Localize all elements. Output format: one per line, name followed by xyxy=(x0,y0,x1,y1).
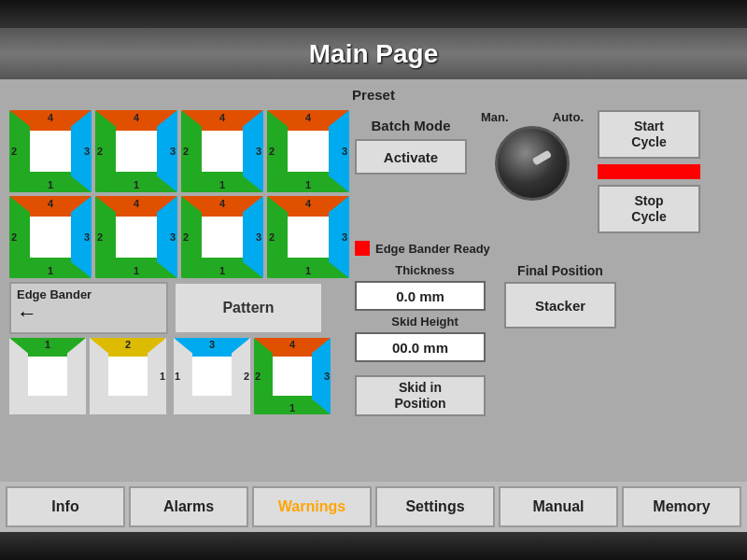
edge-bander-ready: Edge Bander Ready xyxy=(355,241,738,256)
stop-cycle-button[interactable]: StopCycle xyxy=(598,185,700,233)
nav-warnings-button[interactable]: Warnings xyxy=(252,486,372,527)
title-bar: Main Page xyxy=(0,28,747,79)
nav-memory-button[interactable]: Memory xyxy=(622,486,741,527)
preset-label: Preset xyxy=(9,87,738,103)
measurements-section: Thickness 0.0 mm Skid Height 00.0 mm Ski… xyxy=(355,263,495,416)
thickness-value: 0.0 mm xyxy=(355,281,486,311)
final-frame-4[interactable]: 4 1 2 3 xyxy=(254,338,331,414)
batch-mode-area: Batch Mode Activate xyxy=(355,110,467,182)
final-frame-3[interactable]: 3 1 2 xyxy=(174,338,250,414)
final-frame-1[interactable]: 1 xyxy=(9,338,86,414)
preset-frame-4[interactable]: 4 1 2 3 xyxy=(267,110,349,192)
skid-height-value: 00.0 mm xyxy=(355,332,486,362)
nav-manual-button[interactable]: Manual xyxy=(499,486,618,527)
edge-bander-box: Edge Bander ← xyxy=(9,282,168,334)
main-container: Main Page Preset 4 1 2 xyxy=(0,0,747,560)
right-section: Batch Mode Activate Man. Auto. xyxy=(355,110,738,474)
nav-settings-button[interactable]: Settings xyxy=(375,486,495,527)
preset-frame-6[interactable]: 4 1 2 3 xyxy=(95,196,177,278)
knob-indicator xyxy=(532,150,552,166)
skid-height-label: Skid Height xyxy=(355,315,495,329)
final-frame-2[interactable]: 2 1 xyxy=(90,338,166,414)
skid-in-position-button[interactable]: Skid inPosition xyxy=(355,375,486,416)
preset-frame-8[interactable]: 4 1 2 3 xyxy=(267,196,349,278)
preset-frame-7[interactable]: 4 1 2 3 xyxy=(181,196,263,278)
edge-bander-label: Edge Bander xyxy=(17,287,92,301)
batch-mode-label: Batch Mode xyxy=(371,118,450,133)
pattern-button[interactable]: Pattern xyxy=(174,282,323,334)
start-cycle-button[interactable]: StartCycle xyxy=(598,110,700,159)
main-grid: 4 1 2 3 4 1 2 3 xyxy=(9,110,738,474)
nav-bar: Info Alarms Warnings Settings Manual Mem… xyxy=(0,482,747,532)
bottom-bar xyxy=(0,532,747,560)
preset-top-row: 4 1 2 3 4 1 2 3 xyxy=(9,110,349,192)
edge-bander-ready-label: Edge Bander Ready xyxy=(375,242,490,256)
activate-button[interactable]: Activate xyxy=(355,139,467,175)
page-title: Main Page xyxy=(309,39,438,69)
stacker-button[interactable]: Stacker xyxy=(504,282,616,329)
left-section: 4 1 2 3 4 1 2 3 xyxy=(9,110,349,474)
auto-label: Auto. xyxy=(553,110,584,124)
preset-frame-3[interactable]: 4 1 2 3 xyxy=(181,110,263,192)
nav-alarms-button[interactable]: Alarms xyxy=(129,486,248,527)
top-bar xyxy=(0,0,747,28)
content-area: Preset 4 1 2 3 xyxy=(0,79,747,482)
knob-section: Man. Auto. xyxy=(476,110,588,201)
man-label: Man. xyxy=(481,110,509,124)
nav-info-button[interactable]: Info xyxy=(6,486,125,527)
mode-knob[interactable] xyxy=(495,126,570,201)
final-position-area: Final Position Stacker xyxy=(504,263,616,329)
start-indicator-bar xyxy=(598,164,700,179)
bottom-row-frames: 1 2 1 xyxy=(9,338,168,414)
preset-mid-row: 4 1 2 3 4 1 2 3 xyxy=(9,196,349,278)
controls-section: StartCycle StopCycle xyxy=(598,110,710,233)
final-position-label: Final Position xyxy=(517,263,603,278)
arrow-left-icon: ← xyxy=(17,303,37,324)
preset-frame-5[interactable]: 4 1 2 3 xyxy=(9,196,92,278)
preset-frame-2[interactable]: 4 1 2 3 xyxy=(95,110,177,192)
preset-frame-1[interactable]: 4 1 2 3 xyxy=(9,110,92,192)
edge-bander-ready-indicator xyxy=(355,241,370,256)
thickness-label: Thickness xyxy=(355,263,495,277)
knob-labels: Man. Auto. xyxy=(481,110,584,124)
bottom-row-frames-2: 3 1 2 4 xyxy=(174,338,331,414)
